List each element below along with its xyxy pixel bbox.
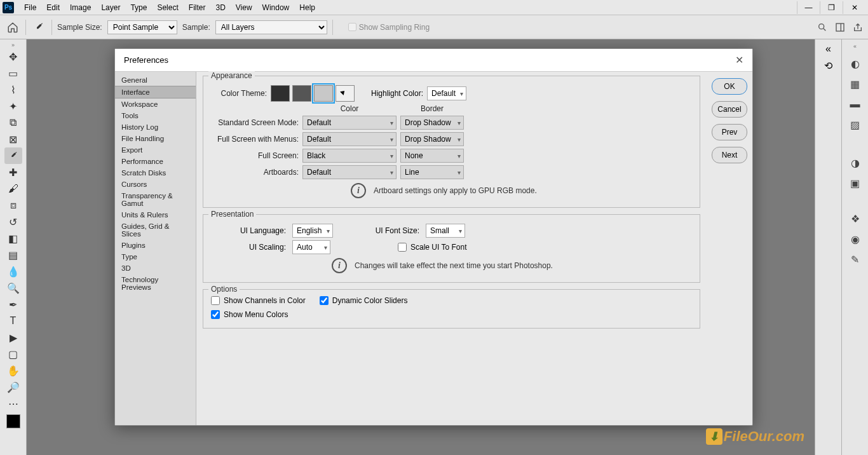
cat-file-handling[interactable]: File Handling [115,133,196,144]
dynamic-color-sliders-checkbox[interactable] [320,296,329,305]
full-menus-color[interactable]: Default [302,132,397,146]
dodge-tool[interactable]: 🔍 [4,280,22,296]
cat-technology-previews[interactable]: Technology Previews [115,274,196,293]
show-menu-colors-checkbox[interactable] [211,310,220,319]
cat-tools[interactable]: Tools [115,110,196,121]
workspace-icon[interactable] [835,22,845,32]
menu-image[interactable]: Image [65,3,96,12]
show-sampling-ring[interactable]: Show Sampling Ring [348,23,430,32]
menu-file[interactable]: File [19,3,41,12]
menu-view[interactable]: View [231,3,257,12]
sample-select[interactable]: All Layers [215,20,327,34]
frame-tool[interactable]: ⊠ [4,131,22,147]
sample-size-select[interactable]: Point Sample [107,20,177,34]
lasso-tool[interactable]: ⌇ [4,81,22,98]
share-icon[interactable] [853,22,863,32]
panel-icon-paths[interactable]: ✎ [848,252,863,267]
prev-button[interactable]: Prev [712,124,747,140]
crop-tool[interactable]: ⧉ [4,114,22,131]
history-brush-tool[interactable]: ↺ [4,214,22,230]
theme-swatch-light[interactable] [314,85,333,102]
std-screen-border[interactable]: Drop Shadow [400,116,464,130]
ok-button[interactable]: OK [712,78,747,95]
ui-language-label: UI Language: [211,226,286,235]
cat-cursors[interactable]: Cursors [115,179,196,190]
show-channels-checkbox[interactable] [211,296,220,305]
panel-icon-adjustments[interactable]: ◑ [848,155,863,170]
panel-icon-gradients[interactable]: ▬ [848,97,863,112]
cat-export[interactable]: Export [115,144,196,156]
cat-history-log[interactable]: History Log [115,121,196,133]
home-icon[interactable] [5,20,20,35]
ui-font-size-select[interactable]: Small [426,224,465,238]
cat-guides-grid-slices[interactable]: Guides, Grid & Slices [115,221,196,240]
theme-swatch-darkest[interactable] [271,85,290,102]
panel-icon-swatches[interactable]: ▦ [848,76,863,92]
cat-transparency-gamut[interactable]: Transparency & Gamut [115,190,196,209]
theme-swatch-dark[interactable] [292,85,311,102]
search-icon[interactable] [817,22,827,32]
brush-tool[interactable]: 🖌 [4,180,22,197]
window-close[interactable]: ✕ [843,1,865,14]
window-restore[interactable]: ❐ [820,1,843,14]
cat-scratch-disks[interactable]: Scratch Disks [115,167,196,179]
move-tool[interactable]: ✥ [4,48,22,65]
cat-performance[interactable]: Performance [115,156,196,167]
menu-select[interactable]: Select [152,3,183,12]
artboards-border[interactable]: Line [400,165,464,179]
cat-3d[interactable]: 3D [115,262,196,274]
edit-toolbar[interactable]: ⋯ [4,395,22,412]
theme-swatch-lightest[interactable] [336,85,355,102]
full-menus-border[interactable]: Drop Shadow [400,132,464,146]
quick-select-tool[interactable]: ✦ [4,98,22,114]
panel-chevron[interactable]: « [825,43,831,55]
full-screen-color[interactable]: Black [302,149,397,163]
ui-scaling-select[interactable]: Auto [292,240,330,254]
full-screen-border[interactable]: None [400,149,464,163]
cat-type[interactable]: Type [115,251,196,262]
cat-plugins[interactable]: Plugins [115,240,196,251]
marquee-tool[interactable]: ▭ [4,65,22,81]
scale-ui-to-font-checkbox[interactable] [398,243,407,252]
zoom-tool[interactable]: 🔎 [4,379,22,395]
artboards-color[interactable]: Default [302,165,397,179]
cat-workspace[interactable]: Workspace [115,98,196,110]
std-screen-color[interactable]: Default [302,116,397,130]
next-button[interactable]: Next [712,147,747,163]
gradient-tool[interactable]: ▤ [4,247,22,263]
highlight-color-select[interactable]: Default [427,86,466,100]
menu-filter[interactable]: Filter [184,3,211,12]
cat-interface[interactable]: Interface [115,86,196,98]
toolstrip-chevron[interactable]: » [11,42,15,48]
rectangle-tool[interactable]: ▢ [4,346,22,362]
path-select-tool[interactable]: ▶ [4,329,22,346]
healing-brush-tool[interactable]: ✚ [4,164,22,180]
type-tool[interactable]: T [4,313,22,329]
panel-icon-history[interactable]: ⟲ [824,60,832,72]
clone-stamp-tool[interactable]: ⧈ [4,197,22,214]
cat-general[interactable]: General [115,74,196,86]
cancel-button[interactable]: Cancel [712,101,747,118]
foreground-color-swatch[interactable] [6,414,20,428]
panel-icon-styles[interactable]: ▣ [848,175,863,191]
panel-icon-color[interactable]: ◐ [848,56,863,71]
close-icon[interactable]: ✕ [735,54,743,66]
panel-icon-patterns[interactable]: ▨ [848,117,863,132]
eyedropper-tool[interactable] [4,147,22,164]
hand-tool[interactable]: ✋ [4,362,22,379]
menu-3d[interactable]: 3D [210,3,230,12]
eraser-tool[interactable]: ◧ [4,230,22,247]
cat-units-rulers[interactable]: Units & Rulers [115,209,196,221]
window-minimize[interactable]: — [797,1,820,14]
menu-layer[interactable]: Layer [96,3,125,12]
ui-language-select[interactable]: English [292,224,333,238]
panel-chevron-2[interactable]: « [853,43,857,51]
menu-type[interactable]: Type [125,3,152,12]
menu-help[interactable]: Help [294,3,320,12]
panel-icon-layers[interactable]: ❖ [848,211,863,226]
pen-tool[interactable]: ✒ [4,296,22,313]
panel-icon-channels[interactable]: ◉ [848,231,863,247]
blur-tool[interactable]: 💧 [4,263,22,280]
menu-edit[interactable]: Edit [41,3,65,12]
menu-window[interactable]: Window [257,3,295,12]
